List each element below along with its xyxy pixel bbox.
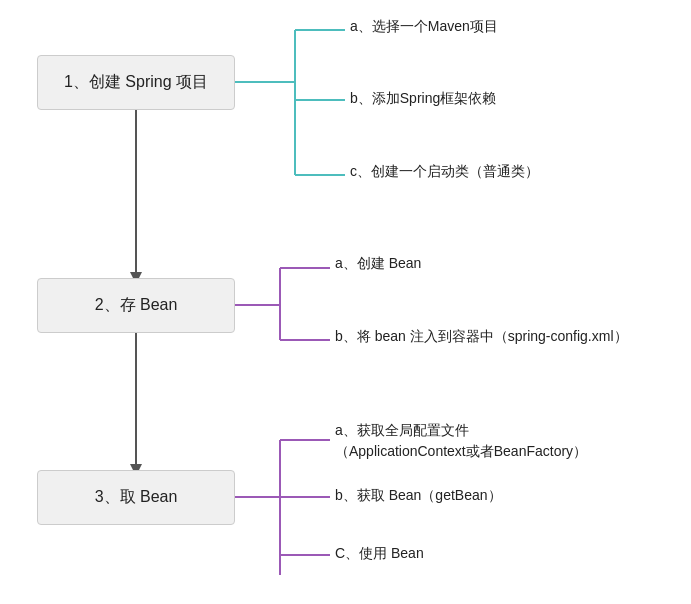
step1-item-b: b、添加Spring框架依赖 (350, 90, 496, 108)
step3-item-c: C、使用 Bean (335, 545, 424, 563)
box-step2: 2、存 Bean (37, 278, 235, 333)
box-step1: 1、创建 Spring 项目 (37, 55, 235, 110)
step3-item-b: b、获取 Bean（getBean） (335, 487, 502, 505)
step1-item-c: c、创建一个启动类（普通类） (350, 163, 539, 181)
step2-item-b: b、将 bean 注入到容器中（spring-config.xml） (335, 328, 628, 346)
box-step2-label: 2、存 Bean (95, 295, 178, 316)
step1-item-a: a、选择一个Maven项目 (350, 18, 498, 36)
box-step3: 3、取 Bean (37, 470, 235, 525)
diagram: 1、创建 Spring 项目 2、存 Bean 3、取 Bean a、选择一个M… (0, 0, 691, 604)
box-step1-label: 1、创建 Spring 项目 (64, 72, 208, 93)
step2-item-a: a、创建 Bean (335, 255, 421, 273)
box-step3-label: 3、取 Bean (95, 487, 178, 508)
step3-item-a: a、获取全局配置文件 （ApplicationContext或者BeanFact… (335, 420, 587, 462)
